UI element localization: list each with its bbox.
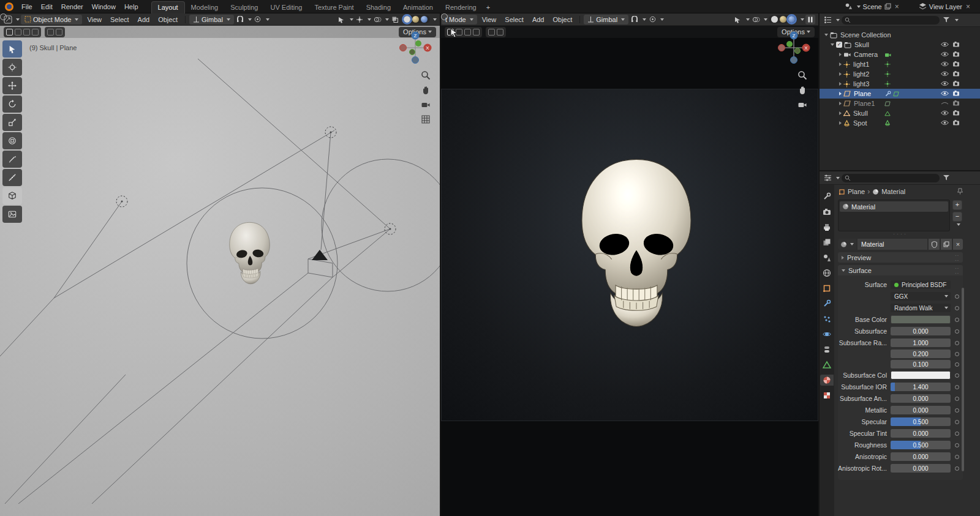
tab-material[interactable] bbox=[820, 375, 834, 386]
expand-arrow-icon[interactable] bbox=[839, 82, 842, 86]
animate-dot[interactable] bbox=[955, 373, 959, 378]
tab-object-data[interactable] bbox=[820, 359, 834, 370]
annotate-tool[interactable] bbox=[2, 151, 22, 168]
sss-method-dropdown[interactable]: Random Walk bbox=[891, 304, 951, 312]
remove-view-layer-icon[interactable]: × bbox=[965, 2, 971, 11]
animate-dot[interactable] bbox=[955, 352, 959, 356]
select-tool-pill[interactable] bbox=[45, 27, 65, 37]
snap-magnet-icon[interactable] bbox=[235, 15, 245, 24]
animate-dot[interactable] bbox=[955, 294, 959, 299]
outliner-search-input[interactable] bbox=[842, 16, 940, 24]
expand-arrow-icon[interactable] bbox=[824, 34, 828, 36]
panel-drag-dots[interactable]: ∙∙∙∙ bbox=[955, 253, 959, 263]
outliner-item-light3[interactable]: light3 bbox=[820, 79, 980, 89]
add-cube-tool[interactable] bbox=[2, 187, 22, 204]
mode-selector[interactable]: Object Mode bbox=[21, 15, 82, 24]
workspace-tab-texture-paint[interactable]: Texture Paint bbox=[308, 2, 360, 13]
unlink-scene-icon[interactable]: × bbox=[894, 2, 900, 11]
shading-solid-icon[interactable] bbox=[771, 16, 778, 23]
select-mode-pill[interactable] bbox=[4, 27, 41, 37]
breadcrumb-material[interactable]: Material bbox=[881, 188, 905, 195]
render-visibility-toggle[interactable] bbox=[952, 70, 960, 78]
expand-arrow-icon[interactable] bbox=[839, 62, 842, 66]
zoom-icon[interactable] bbox=[797, 70, 808, 81]
viewport-canvas-left[interactable]: (9) Skull | Plane bbox=[0, 26, 440, 516]
extra-tool[interactable] bbox=[2, 206, 22, 223]
subsurface-radius-z-field[interactable]: 0.100 bbox=[891, 360, 951, 368]
overlays-toggle-icon[interactable] bbox=[372, 15, 382, 24]
hide-eye-toggle[interactable] bbox=[941, 100, 949, 107]
hide-eye-toggle[interactable] bbox=[941, 51, 949, 58]
tab-object[interactable] bbox=[820, 283, 834, 294]
tab-render[interactable] bbox=[820, 206, 834, 217]
material-slot-list[interactable]: Material bbox=[838, 200, 950, 231]
subsurface-radius-y-field[interactable]: 0.200 bbox=[891, 350, 951, 358]
tab-world[interactable] bbox=[820, 267, 834, 279]
outliner-item-light1[interactable]: light1 bbox=[820, 59, 980, 69]
proportional-edit-icon[interactable] bbox=[647, 15, 657, 24]
expand-arrow-icon[interactable] bbox=[839, 92, 842, 95]
subsurface-ior-slider[interactable]: 1.400 bbox=[891, 383, 951, 391]
material-name-field[interactable]: Material bbox=[858, 239, 927, 250]
tab-particles[interactable] bbox=[820, 313, 834, 324]
add-workspace-button[interactable]: + bbox=[483, 2, 494, 13]
workspace-tab-sculpting[interactable]: Sculpting bbox=[224, 2, 264, 13]
navigation-gizmo[interactable]: Z X bbox=[398, 31, 432, 66]
snap-magnet-icon[interactable] bbox=[630, 15, 639, 24]
render-visibility-toggle[interactable] bbox=[952, 100, 960, 107]
blender-logo-icon[interactable] bbox=[5, 2, 13, 11]
browse-material-button[interactable] bbox=[838, 239, 856, 250]
render-visibility-toggle[interactable] bbox=[952, 90, 960, 97]
animate-dot[interactable] bbox=[955, 329, 959, 334]
animate-dot[interactable] bbox=[955, 443, 959, 447]
hide-eye-toggle[interactable] bbox=[941, 90, 949, 97]
preview-panel-header[interactable]: Preview ∙∙∙∙ bbox=[838, 252, 963, 263]
render-visibility-toggle[interactable] bbox=[952, 61, 960, 68]
visibility-dropdown-icon[interactable] bbox=[733, 15, 743, 24]
render-visibility-toggle[interactable] bbox=[952, 119, 960, 127]
hide-eye-toggle[interactable] bbox=[941, 61, 949, 68]
transform-tool[interactable] bbox=[2, 132, 22, 149]
animate-dot[interactable] bbox=[955, 306, 959, 310]
subsurface-aniso-field[interactable]: 0.000 bbox=[891, 394, 951, 403]
list-resize-grip[interactable]: ···· bbox=[835, 231, 965, 237]
hide-eye-toggle[interactable] bbox=[941, 119, 949, 127]
menu-edit[interactable]: Edit bbox=[37, 2, 57, 12]
scrollbar[interactable] bbox=[962, 288, 964, 471]
material-slot[interactable]: Material bbox=[840, 201, 948, 212]
visibility-dropdown-icon[interactable] bbox=[337, 15, 347, 24]
axis-z-negative[interactable] bbox=[791, 57, 797, 64]
tab-constraints[interactable] bbox=[820, 344, 834, 355]
expand-arrow-icon[interactable] bbox=[839, 53, 842, 56]
shader-selector[interactable]: Principled BSDF bbox=[891, 280, 951, 289]
add-menu[interactable]: Add bbox=[134, 15, 154, 24]
shading-wireframe-icon[interactable] bbox=[441, 13, 448, 20]
unlink-material-icon[interactable]: × bbox=[953, 239, 963, 250]
hide-eye-toggle[interactable] bbox=[941, 41, 949, 48]
select-box-tool[interactable] bbox=[2, 40, 22, 58]
xray-toggle-icon[interactable] bbox=[390, 15, 400, 24]
outliner-item-plane-selected[interactable]: Plane bbox=[820, 89, 980, 99]
camera-view-icon[interactable] bbox=[797, 99, 808, 110]
axis-y-positive[interactable] bbox=[415, 40, 421, 47]
workspace-tab-animation[interactable]: Animation bbox=[397, 2, 439, 13]
add-menu[interactable]: Add bbox=[529, 15, 548, 24]
animate-dot[interactable] bbox=[955, 362, 959, 367]
add-slot-button[interactable]: + bbox=[952, 200, 962, 210]
new-material-copy-icon[interactable] bbox=[941, 239, 952, 250]
animate-dot[interactable] bbox=[955, 408, 959, 413]
hide-eye-toggle[interactable] bbox=[941, 80, 949, 88]
outliner-item-skull[interactable]: Skull bbox=[820, 108, 980, 118]
move-tool[interactable] bbox=[2, 77, 22, 94]
workspace-tab-rendering[interactable]: Rendering bbox=[439, 2, 483, 13]
properties-editor-icon[interactable] bbox=[823, 173, 832, 183]
grid-ortho-icon[interactable] bbox=[420, 114, 431, 125]
overlays-toggle-icon[interactable] bbox=[751, 15, 761, 24]
pan-hand-icon[interactable] bbox=[797, 84, 808, 95]
metallic-field[interactable]: 0.000 bbox=[891, 406, 951, 414]
axis-y-negative[interactable] bbox=[795, 48, 801, 54]
measure-tool[interactable] bbox=[2, 169, 22, 186]
zoom-icon[interactable] bbox=[420, 70, 431, 81]
rotate-tool[interactable] bbox=[2, 95, 22, 113]
view-menu[interactable]: View bbox=[83, 15, 105, 24]
